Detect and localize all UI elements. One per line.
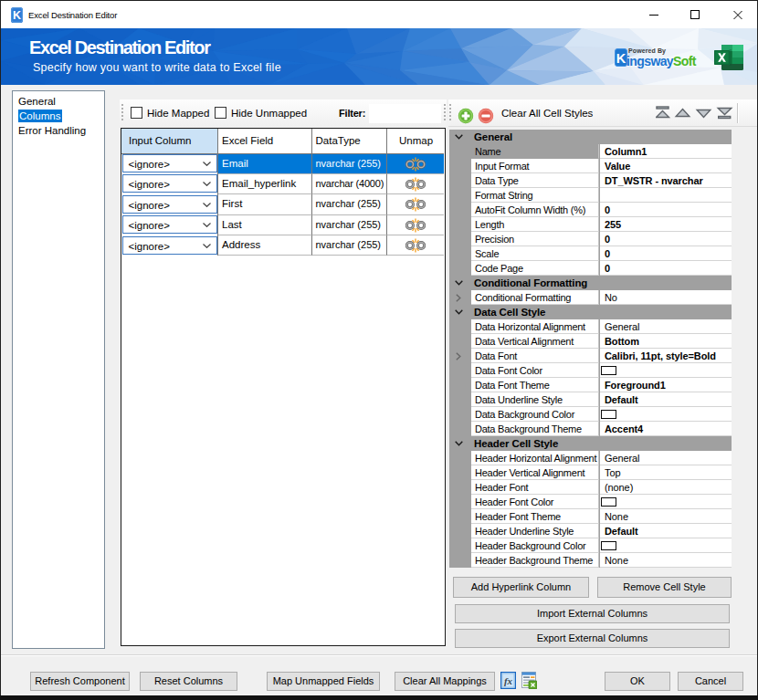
svg-text:fx: fx bbox=[504, 675, 513, 686]
svg-text:K: K bbox=[616, 51, 626, 66]
svg-text:K: K bbox=[13, 9, 21, 22]
